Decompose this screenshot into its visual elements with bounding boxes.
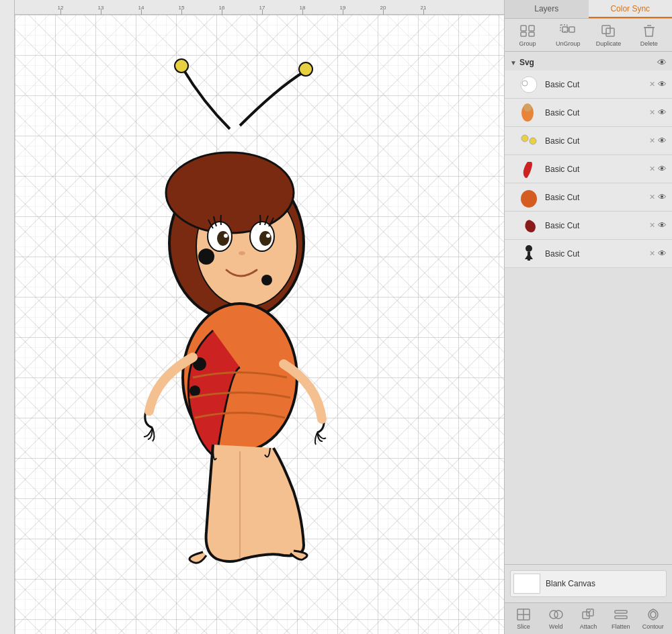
delete-icon [640,23,659,39]
right-panel: Layers Color Sync Group [504,0,672,634]
svg-group-header[interactable]: ▼ Svg 👁 [505,54,672,71]
svg-point-9 [259,231,271,246]
expand-arrow-icon: ▼ [510,59,517,66]
svg-point-38 [554,610,562,619]
layer-thumbnail [518,74,540,95]
svg-point-13 [261,275,272,285]
layer-item[interactable]: Basic Cut ✕ 👁 [505,212,672,240]
contour-button[interactable]: Contour [640,607,666,630]
tab-layers[interactable]: Layers [505,0,589,18]
tab-bar: Layers Color Sync [505,0,672,19]
layer-eye-icon[interactable]: 👁 [658,136,667,146]
layer-thumbnail [518,215,540,236]
ruler-numbers: 12 13 14 15 16 17 18 19 20 21 [15,0,504,15]
svg-point-4 [166,152,294,233]
svg-point-37 [550,610,558,619]
weld-button[interactable]: Weld [543,607,569,630]
group-button[interactable]: Group [513,23,542,47]
svg-rect-42 [615,610,627,613]
layer-item[interactable]: Basic Cut ✕ 👁 [505,155,672,183]
svg-rect-20 [529,32,534,36]
svg-point-11 [239,251,245,255]
svg-rect-17 [521,26,526,31]
layer-item[interactable]: Basic Cut ✕ 👁 [505,71,672,99]
slice-icon [515,607,532,622]
blank-canvas-thumbnail [513,574,540,594]
duplicate-icon [599,23,618,39]
layer-item[interactable]: Basic Cut ✕ 👁 [505,183,672,212]
ungroup-icon [558,23,577,39]
svg-point-29 [523,103,532,111]
group-icon [518,23,537,39]
svg-rect-43 [615,616,627,619]
svg-rect-18 [529,26,534,31]
svg-point-27 [522,81,528,86]
flatten-button[interactable]: Flatten [608,607,634,630]
contour-icon [644,607,662,622]
attach-button[interactable]: Attach [575,607,601,630]
layer-item[interactable]: Basic Cut ✕ 👁 [505,99,672,127]
app-container: 12 13 14 15 16 17 18 19 20 21 [0,0,672,634]
layer-eye-icon[interactable]: 👁 [658,79,667,89]
svg-rect-19 [521,32,526,36]
attach-icon [579,607,597,622]
bottom-section: Blank Canvas [505,564,672,602]
ungroup-button[interactable]: UnGroup [553,23,583,47]
svg-point-16 [190,386,200,396]
layer-eye-icon[interactable]: 👁 [658,192,667,202]
toolbar-row: Group UnGroup [505,19,672,52]
svg-rect-21 [560,25,567,32]
svg-point-10 [266,234,270,238]
svg-group-eye-icon[interactable]: 👁 [657,57,667,68]
layer-thumbnail [518,243,540,265]
ruler-left [0,0,15,634]
flatten-icon [612,607,630,622]
canvas-grid[interactable] [15,15,504,634]
duplicate-button[interactable]: Duplicate [594,23,624,47]
bottom-toolbar: Slice Weld [505,602,672,634]
layer-thumbnail [518,158,540,180]
svg-point-32 [521,190,537,208]
character-image [95,48,431,552]
canvas-area[interactable]: 12 13 14 15 16 17 18 19 20 21 [0,0,504,634]
layer-eye-icon[interactable]: 👁 [658,164,667,174]
layer-eye-icon[interactable]: 👁 [658,107,667,118]
tab-color-sync[interactable]: Color Sync [589,0,673,18]
ruler-top: 12 13 14 15 16 17 18 19 20 21 [0,0,504,15]
blank-canvas-label: Blank Canvas [546,579,595,588]
layer-item[interactable]: Basic Cut ✕ 👁 [505,240,672,268]
delete-button[interactable]: Delete [634,23,664,47]
layer-thumbnail [518,102,540,124]
layer-item[interactable]: Basic Cut ✕ 👁 [505,127,672,155]
svg-point-33 [526,245,532,252]
svg-point-31 [530,138,536,144]
layers-section: ▼ Svg 👁 Basic Cut ✕ 👁 [505,52,672,564]
layer-eye-icon[interactable]: 👁 [658,220,667,230]
layer-eye-icon[interactable]: 👁 [658,248,667,259]
layer-thumbnail [518,130,540,152]
svg-rect-40 [587,609,593,616]
blank-canvas-row[interactable]: Blank Canvas [510,570,667,597]
svg-rect-23 [569,27,575,32]
svg-point-30 [521,135,528,142]
slice-button[interactable]: Slice [511,607,536,630]
svg-point-1 [299,62,312,76]
svg-point-12 [198,248,214,265]
svg-point-7 [224,234,228,238]
weld-icon [547,607,564,622]
layer-thumbnail [518,187,540,208]
svg-point-6 [217,231,229,246]
svg-point-0 [175,59,188,73]
